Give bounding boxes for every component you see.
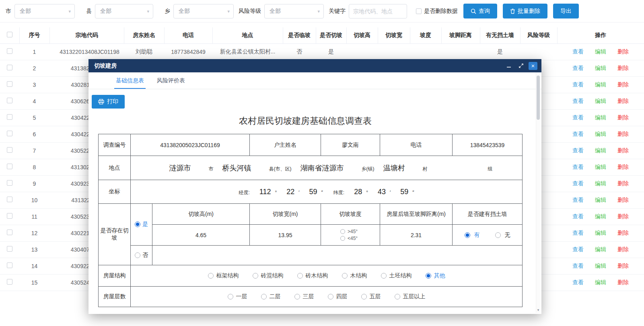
delete-link[interactable]: 删除	[617, 98, 629, 104]
row-checkbox[interactable]	[7, 262, 12, 268]
tab-risk-evaluation[interactable]: 风险评价表	[155, 72, 187, 89]
view-link[interactable]: 查看	[572, 230, 584, 236]
edit-link[interactable]: 编辑	[595, 81, 606, 88]
tab-basic-info[interactable]: 基础信息表	[114, 72, 146, 89]
radio-grade-gt45-icon[interactable]	[340, 229, 345, 234]
radio-no-icon[interactable]	[135, 252, 140, 258]
floors-option-3[interactable]: 三层	[294, 293, 314, 300]
row-checkbox[interactable]	[7, 213, 12, 219]
structure-option-brick-wood[interactable]: 砖木结构	[297, 272, 328, 279]
close-button[interactable]: ×	[529, 62, 537, 70]
modal-header[interactable]: 切坡建房 ×	[88, 59, 541, 72]
edit-link[interactable]: 编辑	[595, 246, 606, 252]
edit-link[interactable]: 编辑	[595, 213, 606, 219]
maximize-button[interactable]	[516, 62, 525, 70]
view-link[interactable]: 查看	[572, 98, 584, 104]
delete-link[interactable]: 删除	[617, 147, 629, 154]
structure-option-other[interactable]: 其他	[426, 272, 445, 279]
floors-option-4[interactable]: 四层	[328, 293, 348, 300]
view-link[interactable]: 查看	[572, 48, 584, 55]
row-checkbox[interactable]	[7, 180, 12, 186]
delete-link[interactable]: 删除	[617, 114, 629, 121]
risk-select[interactable]: 全部 ▾	[264, 4, 324, 18]
row-checkbox[interactable]	[7, 197, 12, 202]
export-button[interactable]: 导出	[553, 4, 579, 18]
row-checkbox[interactable]	[7, 114, 12, 120]
deleted-data-checkbox[interactable]	[416, 8, 422, 14]
row-checkbox[interactable]	[7, 164, 12, 169]
edit-link[interactable]: 编辑	[595, 230, 606, 236]
city-select[interactable]: 全部 ▾	[14, 4, 75, 18]
view-link[interactable]: 查看	[572, 246, 584, 252]
view-link[interactable]: 查看	[572, 114, 584, 121]
edit-link[interactable]: 编辑	[595, 114, 606, 121]
edit-link[interactable]: 编辑	[595, 197, 606, 203]
radio-grade-lt45-icon[interactable]	[340, 236, 345, 241]
edit-link[interactable]: 编辑	[595, 65, 606, 71]
delete-link[interactable]: 删除	[617, 279, 629, 285]
view-link[interactable]: 查看	[572, 213, 584, 219]
view-link[interactable]: 查看	[572, 279, 584, 285]
delete-link[interactable]: 删除	[617, 48, 629, 55]
delete-link[interactable]: 删除	[617, 131, 629, 137]
delete-link[interactable]: 删除	[617, 65, 629, 71]
delete-link[interactable]: 删除	[617, 180, 629, 187]
col-header: 是否切坡	[316, 27, 346, 43]
col-foot-distance: 房屋后墙至坡脚距离(m)	[380, 204, 453, 225]
row-checkbox[interactable]	[7, 48, 12, 54]
view-link[interactable]: 查看	[572, 131, 584, 137]
scrollbar-thumb[interactable]	[537, 76, 540, 120]
row-checkbox[interactable]	[7, 230, 12, 235]
view-link[interactable]: 查看	[572, 147, 584, 154]
scroll-down-icon[interactable]: ▾	[536, 307, 540, 313]
edit-link[interactable]: 编辑	[595, 147, 606, 154]
radio-yes-icon[interactable]	[135, 221, 140, 227]
structure-option-frame[interactable]: 框架结构	[208, 272, 239, 279]
print-button[interactable]: 打印	[92, 95, 125, 109]
radio-wall-yes-icon[interactable]	[465, 232, 470, 238]
batch-delete-button[interactable]: 批量删除	[503, 4, 547, 18]
delete-link[interactable]: 删除	[617, 197, 629, 203]
view-link[interactable]: 查看	[572, 81, 584, 88]
view-link[interactable]: 查看	[572, 197, 584, 203]
delete-link[interactable]: 删除	[617, 81, 629, 88]
row-checkbox[interactable]	[7, 131, 12, 136]
delete-link[interactable]: 删除	[617, 164, 629, 170]
view-link[interactable]: 查看	[572, 65, 584, 71]
row-checkbox[interactable]	[7, 147, 12, 153]
structure-option-adobe[interactable]: 土坯结构	[381, 272, 412, 279]
delete-link[interactable]: 删除	[617, 213, 629, 219]
town-select[interactable]: 全部 ▾	[173, 4, 234, 18]
edit-link[interactable]: 编辑	[595, 262, 606, 269]
floors-option-2[interactable]: 二层	[261, 293, 281, 300]
row-checkbox[interactable]	[7, 98, 12, 103]
county-select[interactable]: 全部 ▾	[95, 4, 153, 18]
row-checkbox[interactable]	[7, 65, 12, 70]
query-button[interactable]: 查询	[463, 4, 497, 18]
row-checkbox[interactable]	[7, 279, 12, 285]
delete-link[interactable]: 删除	[617, 262, 629, 269]
edit-link[interactable]: 编辑	[595, 279, 606, 285]
floors-option-1[interactable]: 一层	[228, 293, 247, 300]
floors-option-5[interactable]: 五层	[361, 293, 381, 300]
edit-link[interactable]: 编辑	[595, 164, 606, 170]
edit-link[interactable]: 编辑	[595, 180, 606, 187]
radio-wall-no-icon[interactable]	[495, 232, 501, 238]
chevron-down-icon: ▾	[227, 9, 230, 14]
floors-option-5plus[interactable]: 五层以上	[395, 293, 426, 300]
select-all-checkbox[interactable]	[7, 32, 12, 37]
view-link[interactable]: 查看	[572, 262, 584, 269]
edit-link[interactable]: 编辑	[595, 98, 606, 104]
row-checkbox[interactable]	[7, 246, 12, 252]
edit-link[interactable]: 编辑	[595, 48, 606, 55]
view-link[interactable]: 查看	[572, 180, 584, 187]
structure-option-wood[interactable]: 木结构	[342, 272, 367, 279]
delete-link[interactable]: 删除	[617, 230, 629, 236]
minimize-button[interactable]	[504, 62, 513, 70]
delete-link[interactable]: 删除	[617, 246, 629, 252]
row-checkbox[interactable]	[7, 81, 12, 87]
keyword-input[interactable]	[349, 4, 407, 18]
view-link[interactable]: 查看	[572, 164, 584, 170]
edit-link[interactable]: 编辑	[595, 131, 606, 137]
structure-option-brick-concrete[interactable]: 砖混结构	[253, 272, 284, 279]
